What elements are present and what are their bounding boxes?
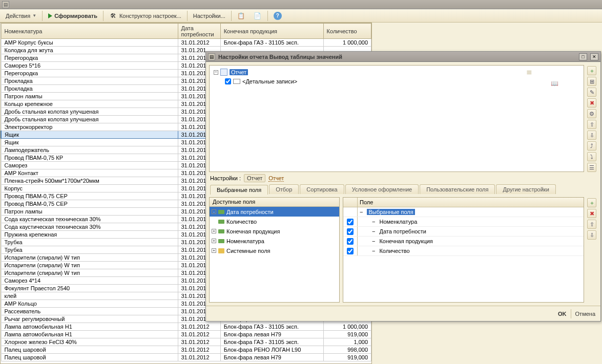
tab-3[interactable]: Условное оформление <box>345 184 419 194</box>
selected-field[interactable]: −Количество <box>343 246 584 256</box>
available-list[interactable]: -Дата потребностиКоличество+Конечная про… <box>210 207 339 302</box>
ok-button[interactable]: OK <box>558 311 567 317</box>
edit-button[interactable]: ✎ <box>587 88 596 97</box>
selected-list[interactable]: −Выбранные поля−Номенклатура−Дата потреб… <box>343 207 584 302</box>
table-row[interactable]: Палец шаровой31.01.2012Блок-фара левая H… <box>1 354 371 361</box>
help-button[interactable]: ? <box>270 10 285 22</box>
list-icon: 📋 <box>237 12 245 20</box>
tab-1[interactable]: Отбор <box>269 184 299 194</box>
dialog-footer: OK Отмена <box>206 306 600 321</box>
sel-add-button[interactable]: ＋ <box>587 198 596 207</box>
help-icon: ? <box>274 12 282 20</box>
separator <box>231 11 232 21</box>
tree-detail-row[interactable]: <Детальные записи> <box>212 77 582 86</box>
main-window: ▤ Действия ▼ Сформировать 🛠 Конструктор … <box>0 0 602 364</box>
tab-0[interactable]: Выбранные поля <box>210 185 268 195</box>
table-row[interactable]: AMP Корпус буксы31.01.2012Блок-фара ГАЗ … <box>1 39 371 47</box>
form-button[interactable]: Сформировать <box>45 10 101 22</box>
table-row[interactable]: Лампа автомобильная Н131.01.2012Блок-фар… <box>1 323 371 331</box>
maximize-button[interactable]: □ <box>579 53 587 60</box>
available-field[interactable]: +Конечная продукция <box>210 226 339 236</box>
selected-field[interactable]: −Номенклатура <box>343 217 584 227</box>
actions-label: Действия <box>6 13 30 19</box>
separator <box>103 11 103 21</box>
move-down-button[interactable]: ⇩ <box>587 131 596 140</box>
caret-down-icon: ▼ <box>32 13 36 18</box>
selected-field[interactable]: −Конечная продукция <box>343 237 584 246</box>
th-nomenclature[interactable]: Номенклатура <box>1 24 178 39</box>
table-row[interactable]: Хлорное железо FeCl3 40%31.01.2012Блок-ф… <box>1 338 371 346</box>
tab-content: Доступные поля -Дата потребностиКоличест… <box>209 194 597 306</box>
th-date[interactable]: Дата потребности <box>178 24 220 39</box>
sel-delete-button[interactable]: ✖ <box>587 209 596 218</box>
add-button[interactable]: ＋ <box>587 66 596 75</box>
crumb-report[interactable]: Отчет <box>268 175 284 182</box>
selected-field[interactable]: −Дата потребности <box>343 227 584 237</box>
available-field[interactable]: +Номенклатура <box>210 236 339 246</box>
selected-fields-panel: Поле −Выбранные поля−Номенклатура−Дата п… <box>343 197 584 303</box>
cancel-button[interactable]: Отмена <box>575 311 595 317</box>
sel-down-button[interactable]: ⇩ <box>587 230 596 240</box>
delete-button[interactable]: ✖ <box>587 98 596 108</box>
selected-root[interactable]: −Выбранные поля <box>343 207 584 217</box>
settings-dialog: ▤ Настройки отчета Вывод таблицы значени… <box>205 51 601 322</box>
toolbar: Действия ▼ Сформировать 🛠 Конструктор на… <box>0 9 602 23</box>
settings-label: Настройки... <box>193 13 225 19</box>
field-checkbox[interactable] <box>347 248 354 254</box>
constructor-label: Конструктор настроек... <box>119 13 181 19</box>
tab-2[interactable]: Сортировка <box>300 184 344 194</box>
extra-button-1[interactable]: ⤴ <box>587 141 596 151</box>
field-checkbox[interactable] <box>347 219 354 225</box>
th-product[interactable]: Конечная продукция <box>220 24 323 39</box>
constructor-icon: 🛠 <box>109 12 117 20</box>
constructor-button[interactable]: 🛠 Конструктор настроек... <box>106 10 185 22</box>
field-checkbox[interactable] <box>347 238 354 245</box>
dialog-icon: ▤ <box>208 53 215 60</box>
book-icon[interactable] <box>551 80 558 87</box>
move-up-button[interactable]: ⇧ <box>587 120 596 129</box>
available-field[interactable]: +Системные поля <box>210 246 339 255</box>
selected-header-row: Поле <box>343 198 584 207</box>
stack-icon[interactable] <box>526 68 532 76</box>
report-icon <box>220 69 227 76</box>
detail-icon <box>233 79 240 84</box>
th-qty[interactable]: Количество <box>323 24 371 39</box>
tool-icon-2[interactable]: 📄 <box>250 10 265 22</box>
crumb-report-active[interactable]: Отчет <box>244 174 265 182</box>
table-row[interactable]: Лампа автомобильная Н131.01.2012Блок-фар… <box>1 331 371 338</box>
sel-up-button[interactable]: ⇧ <box>587 220 596 229</box>
collapse-icon[interactable]: − <box>214 70 218 75</box>
props-button[interactable]: ⚙ <box>587 109 596 118</box>
separator <box>187 11 188 21</box>
report-tree[interactable]: − Отчет <Детальные записи> <box>209 65 584 172</box>
settings-breadcrumb: Настройки : Отчет Отчет <box>206 172 600 184</box>
export-icon: 📄 <box>254 12 262 20</box>
settings-label: Настройки : <box>210 175 241 181</box>
selected-side-toolbar: ＋ ✖ ⇧ ⇩ <box>586 197 597 303</box>
tool-icon-1[interactable]: 📋 <box>234 10 249 22</box>
available-fields-panel: Доступные поля -Дата потребностиКоличест… <box>209 197 340 303</box>
separator <box>42 11 43 21</box>
tabs: Выбранные поляОтборСортировкаУсловное оф… <box>206 184 600 194</box>
tree-root-label: Отчет <box>230 69 248 75</box>
form-label: Сформировать <box>54 13 97 19</box>
available-field[interactable]: -Дата потребности <box>210 207 339 217</box>
separator <box>267 11 268 21</box>
add-group-button[interactable]: ⊞ <box>587 77 596 86</box>
table-row[interactable]: Палец шаровой31.01.2012Блок-фара РЕНО ЛО… <box>1 346 371 354</box>
tab-4[interactable]: Пользовательские поля <box>420 184 495 194</box>
detail-checkbox[interactable] <box>225 78 231 84</box>
extra-button-3[interactable]: ☰ <box>587 163 596 172</box>
selected-header: Поле <box>360 199 373 205</box>
extra-button-2[interactable]: ⤵ <box>587 152 596 161</box>
separator <box>571 309 571 318</box>
field-checkbox[interactable] <box>347 228 354 235</box>
dialog-titlebar[interactable]: ▤ Настройки отчета Вывод таблицы значени… <box>206 52 600 62</box>
tab-5[interactable]: Другие настройки <box>496 184 555 194</box>
close-button[interactable]: ✕ <box>590 53 598 60</box>
available-field[interactable]: Количество <box>210 217 339 226</box>
check-header <box>343 198 358 207</box>
titlebar: ▤ <box>0 0 602 9</box>
settings-button[interactable]: Настройки... <box>190 10 229 22</box>
actions-button[interactable]: Действия ▼ <box>2 10 40 22</box>
